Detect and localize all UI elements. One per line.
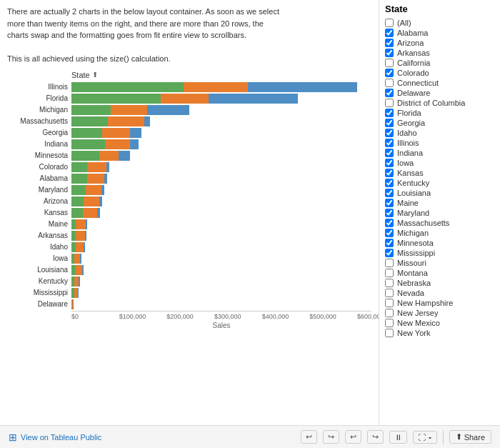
list-item[interactable]: Massachusetts bbox=[385, 219, 494, 227]
state-checkbox[interactable] bbox=[385, 239, 394, 247]
undo-button[interactable]: ↩ bbox=[301, 430, 317, 444]
list-item[interactable]: Minnesota bbox=[385, 239, 494, 247]
state-checkbox[interactable] bbox=[385, 199, 394, 207]
state-checkbox[interactable] bbox=[385, 129, 394, 137]
bar-segment-orange bbox=[84, 196, 99, 206]
table-row: Kansas bbox=[7, 208, 371, 218]
bar-label: Maine bbox=[7, 220, 71, 228]
table-row: Illinois bbox=[7, 82, 371, 92]
list-item[interactable]: California bbox=[385, 59, 494, 67]
fwd-button[interactable]: ↪ bbox=[367, 430, 384, 444]
list-item[interactable]: Mississippi bbox=[385, 249, 494, 257]
state-checkbox[interactable] bbox=[385, 139, 394, 147]
state-checkbox[interactable] bbox=[385, 249, 394, 257]
bar-group bbox=[71, 231, 86, 241]
bar-segment-green bbox=[71, 94, 161, 104]
state-checkbox[interactable] bbox=[385, 49, 394, 57]
bar-label: Idaho bbox=[7, 243, 71, 251]
state-checkbox[interactable] bbox=[385, 69, 394, 77]
state-checkbox[interactable] bbox=[385, 99, 394, 107]
list-item[interactable]: Nebraska bbox=[385, 279, 494, 287]
bar-segment-green bbox=[71, 116, 108, 126]
list-item[interactable]: New Hampshire bbox=[385, 299, 494, 307]
list-item[interactable]: Connecticut bbox=[385, 79, 494, 87]
state-checkbox[interactable] bbox=[385, 299, 394, 307]
state-checkbox-label: Missouri bbox=[397, 259, 426, 267]
state-checkbox[interactable] bbox=[385, 29, 394, 37]
back-button[interactable]: ↩ bbox=[345, 430, 361, 444]
bar-label: Arkansas bbox=[7, 232, 71, 239]
list-item[interactable]: New Jersey bbox=[385, 309, 494, 317]
state-checkbox[interactable] bbox=[385, 59, 394, 67]
state-checkbox[interactable] bbox=[385, 189, 394, 197]
main-area: There are actually 2 charts in the below… bbox=[0, 0, 500, 425]
state-checkbox[interactable] bbox=[385, 329, 394, 337]
list-item[interactable]: New Mexico bbox=[385, 319, 494, 327]
state-checkbox[interactable] bbox=[385, 119, 394, 127]
list-item[interactable]: Indiana bbox=[385, 149, 494, 157]
list-item[interactable]: Kansas bbox=[385, 169, 494, 177]
table-row: Indiana bbox=[7, 139, 371, 149]
state-checkbox[interactable] bbox=[385, 89, 394, 97]
list-item[interactable]: Montana bbox=[385, 269, 494, 277]
desc-line2: more than twenty items on the right, and… bbox=[7, 19, 264, 28]
state-checkbox[interactable] bbox=[385, 319, 394, 327]
bar-group bbox=[71, 162, 109, 172]
state-checkbox[interactable] bbox=[385, 209, 394, 217]
state-checkbox[interactable] bbox=[385, 19, 394, 27]
list-item[interactable]: Maine bbox=[385, 199, 494, 207]
state-checkbox[interactable] bbox=[385, 229, 394, 237]
state-checkbox[interactable] bbox=[385, 259, 394, 267]
list-item[interactable]: District of Columbia bbox=[385, 99, 494, 107]
table-row: Arkansas bbox=[7, 231, 371, 241]
pause-button[interactable]: ⏸ bbox=[389, 431, 407, 444]
sales-axis-label: Sales bbox=[71, 322, 371, 329]
state-checkbox[interactable] bbox=[385, 169, 394, 177]
bar-segment-orange bbox=[76, 231, 85, 241]
list-item[interactable]: Louisiana bbox=[385, 189, 494, 197]
state-checkbox[interactable] bbox=[385, 289, 394, 297]
state-checkbox[interactable] bbox=[385, 159, 394, 167]
bar-group bbox=[71, 185, 104, 195]
bar-segment-blue bbox=[84, 242, 85, 252]
bar-segment-green bbox=[71, 82, 184, 92]
list-item[interactable]: Arkansas bbox=[385, 49, 494, 57]
list-item[interactable]: New York bbox=[385, 329, 494, 337]
list-item[interactable]: Colorado bbox=[385, 69, 494, 77]
list-item[interactable]: Iowa bbox=[385, 159, 494, 167]
list-item[interactable]: Florida bbox=[385, 109, 494, 117]
fullscreen-button[interactable]: ⛶ ▾ bbox=[413, 431, 437, 444]
list-item[interactable]: Georgia bbox=[385, 119, 494, 127]
list-item[interactable]: Delaware bbox=[385, 89, 494, 97]
share-button[interactable]: ⬆ Share bbox=[449, 430, 491, 444]
list-item[interactable]: Nevada bbox=[385, 289, 494, 297]
state-checkbox[interactable] bbox=[385, 149, 394, 157]
bar-group bbox=[71, 288, 79, 298]
list-item[interactable]: Missouri bbox=[385, 259, 494, 267]
state-checkbox-label: Maryland bbox=[397, 209, 429, 217]
bottom-bar: ⊞ View on Tableau Public ↩ ↪ ↩ ↪ ⏸ ⛶ ▾ ⬆… bbox=[0, 425, 500, 448]
table-row: Georgia bbox=[7, 128, 371, 138]
redo-button[interactable]: ↪ bbox=[323, 430, 339, 444]
bar-segment-orange bbox=[83, 208, 97, 218]
table-row: Idaho bbox=[7, 242, 371, 252]
list-item[interactable]: Alabama bbox=[385, 29, 494, 37]
state-checkbox[interactable] bbox=[385, 219, 394, 227]
view-tableau-link[interactable]: ⊞ View on Tableau Public bbox=[9, 432, 101, 443]
list-item[interactable]: (All) bbox=[385, 19, 494, 27]
list-item[interactable]: Michigan bbox=[385, 229, 494, 237]
list-item[interactable]: Maryland bbox=[385, 209, 494, 217]
state-checkbox[interactable] bbox=[385, 79, 394, 87]
state-checkbox[interactable] bbox=[385, 39, 394, 47]
state-checkbox[interactable] bbox=[385, 309, 394, 317]
list-item[interactable]: Arizona bbox=[385, 39, 494, 47]
state-checkbox[interactable] bbox=[385, 279, 394, 287]
state-checkbox[interactable] bbox=[385, 109, 394, 117]
list-item[interactable]: Idaho bbox=[385, 129, 494, 137]
state-checkbox-label: Kentucky bbox=[397, 179, 429, 187]
list-item[interactable]: Illinois bbox=[385, 139, 494, 147]
state-checkbox-label: District of Columbia bbox=[397, 99, 465, 107]
state-checkbox[interactable] bbox=[385, 269, 394, 277]
state-checkbox[interactable] bbox=[385, 179, 394, 187]
list-item[interactable]: Kentucky bbox=[385, 179, 494, 187]
